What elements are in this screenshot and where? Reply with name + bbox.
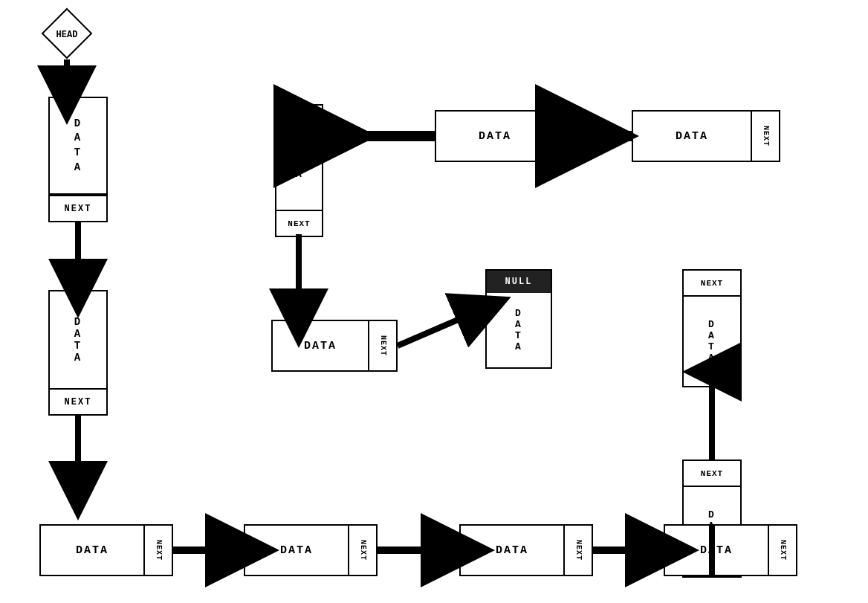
node-row-2-next: NEXT bbox=[348, 526, 376, 575]
node-8-next: NEXT bbox=[684, 271, 740, 297]
node-4-data: DATA bbox=[436, 112, 554, 161]
node-row-2: DATA NEXT bbox=[244, 524, 378, 576]
node-row-3-next: NEXT bbox=[563, 526, 592, 575]
node-row-4-next: NEXT bbox=[768, 526, 796, 575]
node-3-next: NEXT bbox=[276, 210, 322, 236]
node-row-1-next: NEXT bbox=[143, 526, 172, 575]
node-6-data: DATA bbox=[273, 321, 368, 370]
node-5-data: DATA bbox=[633, 112, 751, 161]
node-6-next: NEXT bbox=[368, 321, 396, 370]
node-7-null: NULL bbox=[487, 271, 551, 293]
node-3-data: D A T A bbox=[276, 106, 322, 210]
node-1: D A T A NEXT bbox=[48, 97, 108, 222]
head-node: HEAD bbox=[41, 7, 93, 59]
node-2-next: NEXT bbox=[50, 388, 106, 414]
node-6: DATA NEXT bbox=[271, 320, 398, 372]
node-row-3-data: DATA bbox=[461, 526, 563, 575]
node-row-1: DATA NEXT bbox=[39, 524, 173, 576]
head-diamond: HEAD bbox=[41, 7, 93, 59]
node-3: D A T A NEXT bbox=[275, 104, 323, 237]
node-4-next: NEXT bbox=[554, 112, 582, 161]
node-5: DATA NEXT bbox=[632, 110, 780, 162]
node-9-next: NEXT bbox=[684, 461, 740, 487]
node-1-data: D A T A bbox=[50, 98, 106, 195]
node-row-1-data: DATA bbox=[41, 526, 143, 575]
arrow-node6-to-node7 bbox=[398, 309, 484, 346]
node-row-4-data: DATA bbox=[665, 526, 768, 575]
node-row-2-data: DATA bbox=[245, 526, 348, 575]
node-2: D A T A NEXT bbox=[48, 290, 108, 416]
node-7: NULL D A T A bbox=[485, 269, 552, 369]
node-8: NEXT D A T A bbox=[682, 269, 742, 387]
node-1-next: NEXT bbox=[50, 195, 106, 221]
node-5-next: NEXT bbox=[751, 112, 779, 161]
svg-text:HEAD: HEAD bbox=[56, 30, 78, 40]
node-4: DATA NEXT bbox=[435, 110, 583, 162]
node-7-data: D A T A bbox=[487, 293, 551, 367]
node-row-3: DATA NEXT bbox=[459, 524, 593, 576]
node-2-data: D A T A bbox=[50, 291, 106, 388]
node-8-data: D A T A bbox=[684, 297, 740, 386]
node-row-4: DATA NEXT bbox=[664, 524, 797, 576]
